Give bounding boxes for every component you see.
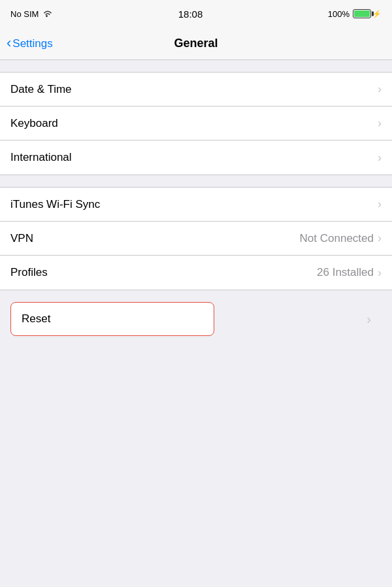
list-item-itunes-wifi[interactable]: iTunes Wi-Fi Sync › — [0, 188, 392, 222]
bolt-icon: ⚡ — [372, 10, 382, 18]
date-time-label: Date & Time — [10, 83, 72, 96]
status-right: 100% ⚡ — [328, 9, 382, 19]
vpn-label: VPN — [10, 232, 33, 245]
international-chevron-icon: › — [378, 151, 382, 165]
carrier-text: No SIM — [10, 9, 39, 19]
list-item-vpn[interactable]: VPN Not Connected › — [0, 222, 392, 256]
status-time: 18:08 — [178, 8, 203, 20]
page-title: General — [174, 37, 218, 50]
back-button[interactable]: ‹ Settings — [7, 37, 53, 50]
list-group-2: iTunes Wi-Fi Sync › VPN Not Connected › … — [0, 187, 392, 290]
list-item-profiles[interactable]: Profiles 26 Installed › — [0, 256, 392, 290]
list-group-1: Date & Time › Keyboard › International › — [0, 72, 392, 175]
keyboard-chevron-icon: › — [378, 116, 382, 130]
vpn-chevron-icon: › — [378, 231, 382, 245]
list-item-date-time[interactable]: Date & Time › — [0, 73, 392, 107]
international-label: International — [10, 151, 72, 164]
keyboard-right: › — [378, 116, 382, 130]
reset-row: Reset › — [0, 302, 392, 336]
list-item-international[interactable]: International › — [0, 141, 392, 175]
profiles-status: 26 Installed — [317, 266, 374, 279]
keyboard-label: Keyboard — [10, 117, 58, 130]
date-time-chevron-icon: › — [378, 82, 382, 96]
reset-chevron-icon: › — [367, 312, 371, 327]
section-2: iTunes Wi-Fi Sync › VPN Not Connected › … — [0, 175, 392, 290]
vpn-right: Not Connected › — [300, 231, 382, 245]
reset-label: Reset — [22, 312, 50, 326]
battery-icon: ⚡ — [353, 9, 382, 18]
profiles-right: 26 Installed › — [317, 266, 382, 280]
battery-pct-text: 100% — [328, 9, 350, 19]
profiles-chevron-icon: › — [378, 266, 382, 280]
back-chevron-icon: ‹ — [7, 36, 11, 50]
list-item-keyboard[interactable]: Keyboard › — [0, 107, 392, 141]
reset-section: Reset › — [0, 290, 392, 348]
vpn-status: Not Connected — [300, 232, 374, 245]
back-label: Settings — [12, 37, 52, 50]
date-time-right: › — [378, 82, 382, 96]
list-item-reset[interactable]: Reset — [10, 302, 214, 336]
itunes-wifi-chevron-icon: › — [378, 197, 382, 211]
itunes-wifi-right: › — [378, 197, 382, 211]
section-1: Date & Time › Keyboard › International › — [0, 60, 392, 175]
nav-bar: ‹ Settings General — [0, 27, 392, 60]
status-left: No SIM — [10, 9, 53, 19]
status-bar: No SIM 18:08 100% ⚡ — [0, 0, 392, 27]
international-right: › — [378, 151, 382, 165]
profiles-label: Profiles — [10, 266, 48, 279]
wifi-icon — [42, 9, 53, 19]
itunes-wifi-label: iTunes Wi-Fi Sync — [10, 198, 100, 211]
